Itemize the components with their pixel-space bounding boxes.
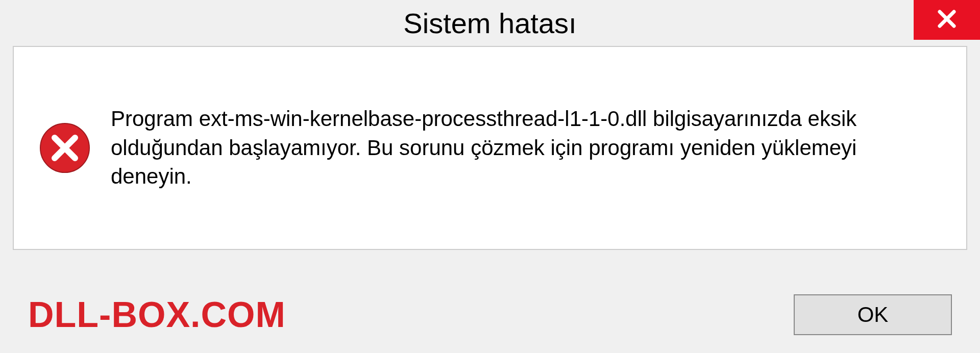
close-button[interactable] [914,0,980,40]
close-icon [936,8,958,32]
titlebar: Sistem hatası [0,0,980,46]
error-message: Program ext-ms-win-kernelbase-processthr… [111,105,941,191]
ok-button-label: OK [857,302,889,327]
watermark-text: DLL-BOX.COM [28,294,286,335]
ok-button[interactable]: OK [794,294,952,335]
error-icon [39,122,90,173]
dialog-title: Sistem hatası [403,7,576,40]
footer: DLL-BOX.COM OK [0,276,980,353]
content-area: Program ext-ms-win-kernelbase-processthr… [13,46,967,250]
